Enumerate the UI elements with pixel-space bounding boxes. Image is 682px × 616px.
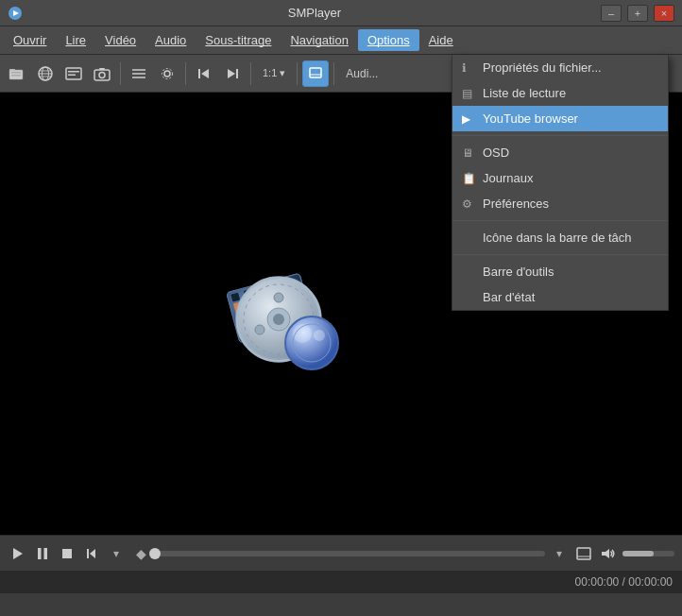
seek-knob[interactable]: ◆ bbox=[130, 543, 151, 564]
fullscreen-ctrl-button[interactable] bbox=[573, 543, 594, 564]
speed-down-button[interactable]: ▾ bbox=[106, 543, 127, 564]
window-title: SMPlayer bbox=[28, 6, 601, 20]
menu-ouvrir[interactable]: Ouvrir bbox=[4, 29, 56, 51]
subtitles-button[interactable] bbox=[60, 60, 87, 87]
volume-button[interactable] bbox=[598, 543, 619, 564]
svg-rect-25 bbox=[236, 69, 238, 78]
svg-rect-59 bbox=[44, 548, 48, 559]
toolbar-separator-2 bbox=[185, 62, 186, 85]
fullscreen-button[interactable] bbox=[302, 60, 329, 87]
ratio-button[interactable]: 1:1 ▾ bbox=[256, 60, 292, 87]
open-file-button[interactable] bbox=[4, 60, 30, 87]
next-button[interactable] bbox=[219, 60, 246, 87]
options-dropdown: ℹ Propriétés du fichier... ▤ Liste de le… bbox=[452, 55, 669, 311]
svg-marker-65 bbox=[602, 549, 609, 558]
svg-rect-13 bbox=[68, 74, 76, 76]
menu-osd[interactable]: 🖥 OSD bbox=[452, 140, 668, 165]
menu-barre-outils[interactable]: Barre d'outils bbox=[452, 259, 668, 284]
svg-rect-23 bbox=[198, 69, 200, 78]
svg-point-47 bbox=[273, 314, 284, 325]
toolbar-separator-5 bbox=[333, 62, 334, 85]
volume-control bbox=[598, 543, 674, 564]
toolbar-separator-1 bbox=[120, 62, 121, 85]
svg-point-21 bbox=[162, 68, 173, 78]
globe-icon bbox=[37, 65, 54, 82]
audio-btn-label: Audi... bbox=[346, 67, 378, 80]
play-button[interactable] bbox=[8, 543, 28, 564]
svg-marker-24 bbox=[228, 69, 235, 78]
svg-marker-57 bbox=[13, 548, 23, 559]
fullscreen-icon bbox=[308, 66, 323, 81]
svg-rect-14 bbox=[94, 70, 110, 80]
menu-video[interactable]: Vidéo bbox=[95, 29, 145, 51]
dropdown-separator-2 bbox=[452, 220, 668, 221]
svg-point-50 bbox=[255, 325, 264, 334]
svg-point-20 bbox=[164, 71, 170, 77]
svg-rect-63 bbox=[577, 548, 590, 559]
toolbar-separator-3 bbox=[250, 62, 251, 85]
menu-journaux[interactable]: 📋 Journaux bbox=[452, 165, 668, 191]
osd-icon: 🖥 bbox=[462, 146, 473, 160]
speed-up-button[interactable]: ▾ bbox=[549, 543, 570, 564]
open-file-icon bbox=[9, 66, 26, 81]
svg-point-15 bbox=[99, 72, 105, 77]
svg-rect-12 bbox=[68, 71, 79, 73]
svg-rect-62 bbox=[87, 549, 89, 558]
controls-bar: ▾ ◆ ▾ bbox=[0, 535, 682, 571]
maximize-button[interactable]: + bbox=[627, 5, 648, 22]
menu-lire[interactable]: Lire bbox=[56, 29, 95, 51]
app-logo bbox=[208, 239, 359, 390]
progress-knob[interactable] bbox=[149, 548, 161, 559]
play-icon bbox=[11, 547, 25, 560]
menu-icone-barre[interactable]: Icône dans la barre de tâch bbox=[452, 225, 668, 250]
stop-icon bbox=[61, 548, 73, 559]
menu-liste-lecture[interactable]: ▤ Liste de lecture bbox=[452, 80, 668, 106]
menu-bar: Ouvrir Lire Vidéo Audio Sous-titrage Nav… bbox=[0, 26, 682, 55]
menu-bar-etat[interactable]: Bar d'état bbox=[452, 284, 668, 310]
volume-slider[interactable] bbox=[622, 551, 674, 556]
volume-fill bbox=[622, 551, 654, 556]
volume-icon bbox=[601, 547, 616, 560]
stop-button[interactable] bbox=[57, 543, 77, 564]
toolbar-separator-4 bbox=[297, 62, 298, 85]
preferences-button[interactable] bbox=[154, 60, 180, 87]
journaux-icon: 📋 bbox=[462, 172, 476, 185]
status-bar: 00:00:00 / 00:00:00 bbox=[0, 571, 682, 593]
title-bar: SMPlayer – + × bbox=[0, 0, 682, 26]
open-url-button[interactable] bbox=[32, 60, 59, 87]
menu-preferences[interactable]: ⚙ Préférences bbox=[452, 191, 668, 216]
svg-marker-22 bbox=[201, 69, 209, 78]
dropdown-separator-3 bbox=[452, 254, 668, 255]
youtube-icon: ▶ bbox=[462, 112, 470, 126]
audio-track-button[interactable]: Audi... bbox=[339, 60, 384, 87]
dropdown-separator-1 bbox=[452, 135, 668, 136]
prev-button[interactable] bbox=[191, 60, 217, 87]
menu-options[interactable]: Options bbox=[358, 29, 419, 51]
progress-bar[interactable] bbox=[155, 551, 545, 556]
menu-navigation[interactable]: Navigation bbox=[281, 29, 357, 51]
screenshot-button[interactable] bbox=[89, 60, 115, 87]
window-controls: – + × bbox=[601, 5, 674, 22]
svg-point-56 bbox=[314, 330, 325, 341]
preferences-icon: ⚙ bbox=[462, 197, 472, 211]
svg-rect-16 bbox=[99, 68, 105, 70]
minimize-button[interactable]: – bbox=[601, 5, 622, 22]
svg-marker-61 bbox=[90, 549, 95, 558]
pause-icon bbox=[37, 547, 48, 560]
time-display: 00:00:00 / 00:00:00 bbox=[575, 575, 673, 589]
svg-rect-11 bbox=[66, 68, 81, 79]
menu-sous-titrage[interactable]: Sous-titrage bbox=[196, 29, 281, 51]
close-button[interactable]: × bbox=[654, 5, 674, 22]
rewind-icon bbox=[86, 548, 97, 559]
camera-icon bbox=[94, 66, 111, 81]
menu-aide[interactable]: Aide bbox=[419, 29, 463, 51]
menu-audio[interactable]: Audio bbox=[145, 29, 196, 51]
rewind-button[interactable] bbox=[81, 543, 102, 564]
menu-youtube[interactable]: ▶ YouTube browser bbox=[452, 106, 668, 131]
menu-proprietes[interactable]: ℹ Propriétés du fichier... bbox=[452, 55, 668, 80]
svg-rect-26 bbox=[310, 68, 321, 77]
playlist-button[interactable] bbox=[126, 60, 152, 87]
app-icon bbox=[8, 6, 23, 21]
pause-button[interactable] bbox=[32, 543, 53, 564]
ratio-label: 1:1 ▾ bbox=[263, 67, 285, 79]
